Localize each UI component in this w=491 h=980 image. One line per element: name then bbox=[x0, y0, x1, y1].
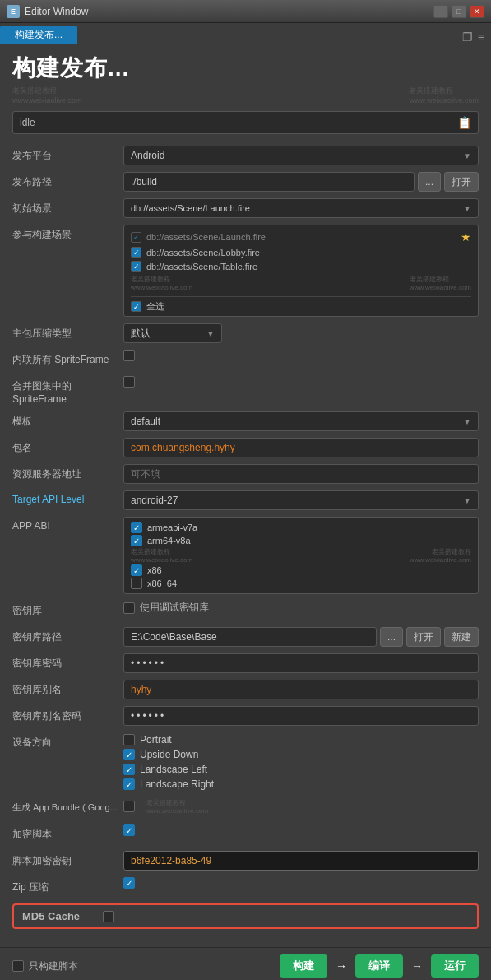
keystore-alias-password-input[interactable] bbox=[123, 706, 479, 726]
target-api-label: Target API Level bbox=[12, 490, 123, 505]
orientation-label: 设备方向 bbox=[12, 732, 123, 750]
app-bundle-checkbox[interactable] bbox=[123, 801, 135, 812]
orientation-control: Portrait ✓ Upside Down ✓ Landscape Left … bbox=[123, 732, 479, 792]
copy-icon[interactable]: ❐ bbox=[462, 30, 473, 44]
zip-compress-row: Zip 压缩 ✓ bbox=[12, 877, 479, 897]
scene-checkbox-1[interactable]: ✓ bbox=[131, 232, 141, 243]
select-all-checkbox[interactable]: ✓ bbox=[131, 301, 141, 312]
inline-sprite-checkbox[interactable] bbox=[123, 350, 135, 361]
scene-star-1: ★ bbox=[461, 230, 471, 244]
tab-label: 构建发布... bbox=[15, 28, 63, 42]
run-button[interactable]: 运行 bbox=[431, 954, 479, 978]
script-key-control bbox=[123, 851, 479, 871]
compile-button[interactable]: 编译 bbox=[355, 954, 403, 978]
build-path-dots-button[interactable]: ... bbox=[418, 172, 441, 192]
md5-cache-checkbox[interactable] bbox=[103, 911, 114, 922]
package-name-control bbox=[123, 438, 479, 457]
abi-label-armeabi-v7a: armeabi-v7a bbox=[147, 523, 197, 532]
build-scenes-label: 参与构建场景 bbox=[12, 225, 123, 242]
keystore-path-row: 密钥库路径 ... 打开 新建 bbox=[12, 627, 479, 647]
keystore-password-input[interactable] bbox=[123, 653, 479, 673]
keystore-control: 使用调试密钥库 bbox=[123, 601, 479, 615]
abi-item-arm64: ✓ arm64-v8a bbox=[131, 534, 471, 547]
orientation-checkbox-portrait[interactable] bbox=[123, 734, 135, 745]
template-dropdown[interactable]: default ▼ bbox=[123, 411, 479, 431]
status-text: idle bbox=[20, 117, 35, 128]
encrypt-script-control: ✓ bbox=[123, 824, 479, 836]
compress-type-row: 主包压缩类型 默认 ▼ bbox=[12, 323, 479, 343]
zip-compress-checkbox[interactable]: ✓ bbox=[123, 877, 135, 889]
package-name-input[interactable] bbox=[123, 438, 479, 457]
abi-checkbox-arm64[interactable]: ✓ bbox=[131, 535, 142, 546]
build-only-checkbox[interactable] bbox=[12, 960, 24, 972]
keystore-path-new-button[interactable]: 新建 bbox=[444, 627, 479, 647]
build-path-input[interactable] bbox=[123, 172, 415, 192]
maximize-button[interactable]: □ bbox=[452, 5, 466, 18]
window-controls: — □ ✕ bbox=[433, 5, 484, 18]
start-scene-row: 初始场景 db://assets/Scene/Launch.fire ▼ bbox=[12, 198, 479, 218]
abi-item-x86: ✓ x86 bbox=[131, 564, 471, 577]
orientation-checkbox-landscape-left[interactable]: ✓ bbox=[123, 764, 135, 775]
zip-compress-label: Zip 压缩 bbox=[12, 877, 123, 894]
abi-checkbox-armeabi-v7a[interactable]: ✓ bbox=[131, 522, 142, 533]
platform-dropdown[interactable]: Android ▼ bbox=[123, 146, 479, 165]
build-tab[interactable]: 构建发布... bbox=[0, 26, 77, 44]
abi-checkbox-x86[interactable]: ✓ bbox=[131, 564, 142, 576]
close-button[interactable]: ✕ bbox=[470, 5, 484, 18]
build-scenes-row: 参与构建场景 ✓ db://assets/Scene/Launch.fire ★… bbox=[12, 225, 479, 317]
select-all-label: 全选 bbox=[146, 300, 164, 313]
target-api-dropdown[interactable]: android-27 ▼ bbox=[123, 490, 479, 510]
build-path-row: 发布路径 ... 打开 bbox=[12, 172, 479, 192]
start-scene-dropdown[interactable]: db://assets/Scene/Launch.fire ▼ bbox=[123, 198, 479, 218]
orientation-checkbox-upside-down[interactable]: ✓ bbox=[123, 749, 135, 760]
scene-checkbox-3[interactable]: ✓ bbox=[131, 261, 141, 272]
abi-label-arm64: arm64-v8a bbox=[147, 536, 191, 546]
package-name-row: 包名 bbox=[12, 438, 479, 457]
select-all-row: ✓ 全选 bbox=[131, 296, 471, 313]
template-control: default ▼ bbox=[123, 411, 479, 431]
build-only-row: 只构建脚本 bbox=[12, 959, 271, 973]
script-key-row: 脚本加密密钥 bbox=[12, 851, 479, 871]
arrow-icon-2: → bbox=[411, 959, 423, 973]
encrypt-script-checkbox[interactable]: ✓ bbox=[123, 824, 135, 836]
compress-type-dropdown[interactable]: 默认 ▼ bbox=[123, 323, 222, 343]
scene-checkbox-2[interactable]: ✓ bbox=[131, 247, 141, 258]
orientation-checkbox-landscape-right[interactable]: ✓ bbox=[123, 778, 135, 790]
template-row: 模板 default ▼ bbox=[12, 411, 479, 431]
merge-sprite-row: 合并图集中的 SpriteFrame bbox=[12, 376, 479, 405]
minimize-button[interactable]: — bbox=[433, 5, 448, 18]
orientation-label-landscape-right: Landscape Right bbox=[140, 778, 214, 790]
platform-row: 发布平台 Android ▼ bbox=[12, 146, 479, 165]
keystore-alias-input[interactable] bbox=[123, 680, 479, 699]
scene-name-1: db://assets/Scene/Launch.fire bbox=[146, 232, 456, 242]
md5-cache-label: MD5 Cache bbox=[22, 910, 80, 922]
app-bundle-label: 生成 App Bundle ( Goog... bbox=[12, 798, 123, 814]
merge-sprite-label: 合并图集中的 SpriteFrame bbox=[12, 376, 123, 405]
build-button[interactable]: 构建 bbox=[280, 954, 327, 978]
orientation-upside-down: ✓ Upside Down bbox=[123, 747, 479, 762]
app-bundle-row: 生成 App Bundle ( Goog... 老吴搭建教程www.weixia… bbox=[12, 798, 479, 818]
keystore-path-open-button[interactable]: 打开 bbox=[406, 627, 441, 647]
resource-server-input[interactable] bbox=[123, 464, 479, 484]
orientation-label-landscape-left: Landscape Left bbox=[140, 764, 207, 775]
merge-sprite-control bbox=[123, 376, 479, 388]
watermark-left: 老吴搭建教程www.weixiaolive.com bbox=[12, 86, 82, 105]
start-scene-label: 初始场景 bbox=[12, 198, 123, 216]
app-bundle-watermark: 老吴搭建教程www.weixiaolive.com bbox=[146, 798, 208, 815]
keystore-path-input[interactable] bbox=[123, 627, 377, 647]
keystore-path-dots-button[interactable]: ... bbox=[380, 627, 403, 647]
build-path-open-button[interactable]: 打开 bbox=[444, 172, 479, 192]
keystore-alias-password-label: 密钥库别名密码 bbox=[12, 706, 123, 723]
zip-compress-control: ✓ bbox=[123, 877, 479, 889]
abi-checkbox-x86-64[interactable] bbox=[131, 578, 142, 589]
script-key-input[interactable] bbox=[123, 851, 479, 871]
menu-icon[interactable]: ≡ bbox=[478, 30, 484, 44]
arrow-icon-1: → bbox=[336, 959, 347, 973]
package-name-label: 包名 bbox=[12, 438, 123, 455]
orientation-landscape-left: ✓ Landscape Left bbox=[123, 762, 479, 777]
compress-type-label: 主包压缩类型 bbox=[12, 323, 123, 341]
app-abi-control: ✓ armeabi-v7a ✓ arm64-v8a 老吴搭建教程www.weix… bbox=[123, 517, 479, 594]
keystore-path-control: ... 打开 新建 bbox=[123, 627, 479, 647]
keystore-checkbox[interactable] bbox=[123, 602, 135, 614]
merge-sprite-checkbox[interactable] bbox=[123, 376, 135, 388]
